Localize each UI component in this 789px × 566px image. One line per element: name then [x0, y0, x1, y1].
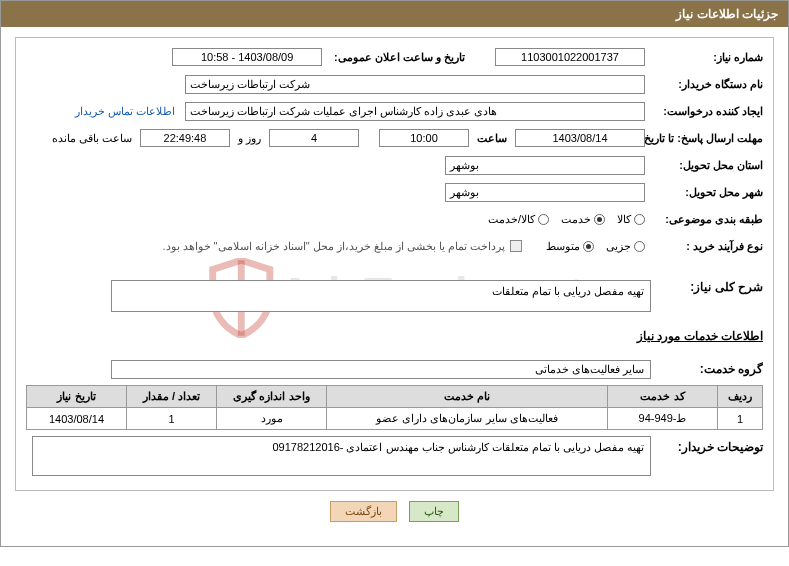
radio-small-label: جزیی	[606, 240, 631, 253]
main-panel: جزئیات اطلاعات نیاز AriaTender.net شماره…	[0, 0, 789, 547]
radio-small[interactable]: جزیی	[606, 240, 645, 253]
th-unit: واحد اندازه گیری	[217, 386, 327, 408]
back-button[interactable]: بازگشت	[330, 501, 397, 522]
cell-row: 1	[718, 408, 763, 430]
cell-name: فعالیت‌های سایر سازمان‌های دارای عضو	[327, 408, 608, 430]
th-row: ردیف	[718, 386, 763, 408]
announce-label: تاریخ و ساعت اعلان عمومی:	[334, 51, 465, 64]
services-table: ردیف کد خدمت نام خدمت واحد اندازه گیری ت…	[26, 385, 763, 430]
requester-label: ایجاد کننده درخواست:	[651, 105, 763, 118]
radio-service-label: خدمت	[561, 213, 591, 226]
cell-unit: مورد	[217, 408, 327, 430]
summary-value: تهیه مفصل دریایی با تمام متعلقات	[111, 280, 651, 312]
days-remaining: 4	[269, 129, 359, 147]
city-value: بوشهر	[445, 183, 645, 202]
services-header: اطلاعات خدمات مورد نیاز	[637, 329, 763, 343]
payment-note: پرداخت تمام یا بخشی از مبلغ خرید،از محل …	[162, 240, 505, 253]
cell-qty: 1	[127, 408, 217, 430]
radio-medium-label: متوسط	[546, 240, 580, 253]
th-name: نام خدمت	[327, 386, 608, 408]
countdown-time: 22:49:48	[140, 129, 230, 147]
category-label: طبقه بندی موضوعی:	[651, 213, 763, 226]
th-date: تاریخ نیاز	[27, 386, 127, 408]
service-group-label: گروه خدمت:	[651, 362, 763, 376]
radio-goods[interactable]: کالا	[617, 213, 645, 226]
proc-type-label: نوع فرآیند خرید :	[651, 240, 763, 253]
cell-date: 1403/08/14	[27, 408, 127, 430]
table-header-row: ردیف کد خدمت نام خدمت واحد اندازه گیری ت…	[27, 386, 763, 408]
category-radio-group: کالا خدمت کالا/خدمت	[488, 213, 645, 226]
button-row: چاپ بازگشت	[15, 491, 774, 536]
buyer-org-label: نام دستگاه خریدار:	[651, 78, 763, 91]
buyer-contact-link[interactable]: اطلاعات تماس خریدار	[75, 105, 175, 118]
proc-type-radio-group: جزیی متوسط	[546, 240, 645, 253]
treasury-checkbox[interactable]	[510, 240, 522, 252]
buyer-notes-value: تهیه مفصل دریایی با تمام متعلقات کارشناس…	[32, 436, 651, 476]
buyer-notes-row: توضیحات خریدار: تهیه مفصل دریایی با تمام…	[26, 436, 763, 476]
deadline-label: مهلت ارسال پاسخ: تا تاریخ:	[651, 132, 763, 145]
radio-goods-service-label: کالا/خدمت	[488, 213, 535, 226]
need-number-label: شماره نیاز:	[651, 51, 763, 64]
need-number-value: 1103001022001737	[495, 48, 645, 66]
radio-goods-label: کالا	[617, 213, 631, 226]
summary-label: شرح کلی نیاز:	[651, 280, 763, 294]
buyer-org-value: شرکت ارتباطات زیرساخت	[185, 75, 645, 94]
province-label: استان محل تحویل:	[651, 159, 763, 172]
th-qty: تعداد / مقدار	[127, 386, 217, 408]
service-group-value: سایر فعالیت‌های خدماتی	[111, 360, 651, 379]
time-label: ساعت	[477, 132, 507, 145]
th-code: کد خدمت	[608, 386, 718, 408]
content-area: AriaTender.net شماره نیاز: 1103001022001…	[1, 27, 788, 546]
city-label: شهر محل تحویل:	[651, 186, 763, 199]
requester-value: هادی عبدی زاده کارشناس اجرای عملیات شرکت…	[185, 102, 645, 121]
deadline-time: 10:00	[379, 129, 469, 147]
radio-goods-service[interactable]: کالا/خدمت	[488, 213, 549, 226]
radio-medium[interactable]: متوسط	[546, 240, 594, 253]
details-box: AriaTender.net شماره نیاز: 1103001022001…	[15, 37, 774, 491]
table-row: 1 ط-949-94 فعالیت‌های سایر سازمان‌های دا…	[27, 408, 763, 430]
announce-value: 1403/08/09 - 10:58	[172, 48, 322, 66]
remaining-label: ساعت باقی مانده	[52, 132, 132, 145]
print-button[interactable]: چاپ	[409, 501, 459, 522]
buyer-notes-label: توضیحات خریدار:	[651, 436, 763, 454]
days-and-label: روز و	[238, 132, 261, 145]
panel-title: جزئیات اطلاعات نیاز	[1, 1, 788, 27]
radio-service[interactable]: خدمت	[561, 213, 605, 226]
cell-code: ط-949-94	[608, 408, 718, 430]
deadline-date: 1403/08/14	[515, 129, 645, 147]
province-value: بوشهر	[445, 156, 645, 175]
